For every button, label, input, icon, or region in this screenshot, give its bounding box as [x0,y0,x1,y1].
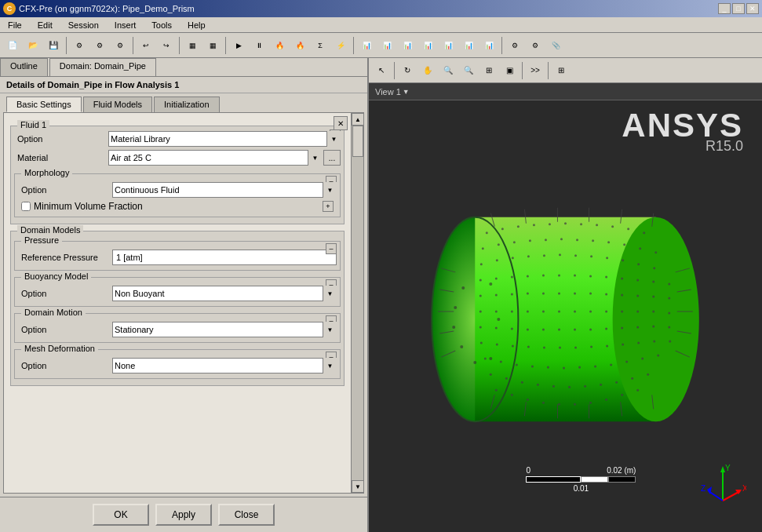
scroll-thumb[interactable] [352,126,363,157]
toolbar-btn-19[interactable]: 📊 [459,36,478,55]
tab-fluid-models[interactable]: Fluid Models [83,97,152,112]
min-vol-expand[interactable]: + [323,201,334,212]
svg-point-13 [643,231,645,234]
toolbar-btn-23[interactable]: 📎 [546,36,565,55]
svg-point-19 [560,238,563,240]
svg-point-123 [615,381,618,384]
view-rotate-tool[interactable]: ↻ [398,61,417,80]
mesh-deformation-select[interactable]: None Regions of Motion Specified [112,358,337,373]
toolbar-btn-4[interactable]: ↩ [137,36,155,55]
dialog-close-button[interactable]: ✕ [334,116,348,130]
toolbar-btn-14[interactable]: 📊 [357,36,376,55]
maximize-button[interactable]: □ [732,3,745,14]
toolbar-btn-16[interactable]: 📊 [398,36,417,55]
scale-bar: 0 0.02 (m) 0.01 [526,466,636,493]
view-extra-btn[interactable]: ⊞ [552,61,571,80]
ref-pressure-input[interactable] [112,250,337,265]
scale-black-2 [608,476,636,483]
menu-session[interactable]: Session [64,19,104,31]
toolbar-btn-12[interactable]: Σ [311,36,330,55]
buoyancy-select[interactable]: Non Buoyant Buoyant [112,286,337,301]
toolbar-open[interactable]: 📂 [24,36,42,55]
window-controls[interactable]: _ □ ✕ [718,3,759,14]
scrollbar[interactable]: ▲ ▼ [351,113,363,493]
svg-point-68 [542,310,545,312]
domain-motion-label: Domain Motion [21,308,86,317]
fluid1-option-select[interactable]: Material Library [108,131,341,147]
toolbar-btn-1[interactable]: ⚙ [70,36,89,55]
menu-file[interactable]: File [3,19,27,31]
view-pan-tool[interactable]: ✋ [418,61,437,80]
toolbar-btn-13[interactable]: ⚡ [331,36,350,55]
svg-point-94 [543,347,545,349]
toolbar-btn-22[interactable]: ⚙ [526,36,545,55]
toolbar-btn-2[interactable]: ⚙ [90,36,109,55]
ok-button[interactable]: OK [93,504,149,526]
domain-tab[interactable]: Domain: Domain_Pipe [49,58,156,76]
fluid1-material-ellipsis[interactable]: ... [323,150,341,166]
view-zoom-out-tool[interactable]: 🔍 [439,61,458,80]
toolbar-btn-6[interactable]: ▦ [183,36,202,55]
toolbar-btn-21[interactable]: ⚙ [505,36,524,55]
view1-label[interactable]: View 1 [375,87,401,97]
minimize-button[interactable]: _ [718,3,731,14]
toolbar-btn-3[interactable]: ⚙ [111,36,129,55]
scale-white-1 [581,476,608,483]
close-button[interactable]: Close [218,504,275,526]
svg-point-99 [622,344,624,346]
svg-point-126 [495,389,498,392]
buoyancy-option-label: Option [18,289,112,298]
toolbar-sep-4 [225,37,226,54]
svg-point-55 [542,292,545,294]
svg-point-76 [668,312,670,314]
tab-initialization[interactable]: Initialization [154,97,219,112]
toolbar-btn-7[interactable]: ▦ [203,36,222,55]
menu-insert[interactable]: Insert [110,19,141,31]
svg-point-96 [574,347,577,349]
toolbar-btn-8[interactable]: ▶ [229,36,248,55]
svg-point-163 [473,361,476,364]
tab-basic-settings[interactable]: Basic Settings [6,97,82,112]
toolbar-btn-17[interactable]: 📊 [418,36,437,55]
svg-point-107 [547,366,549,369]
toolbar-btn-11[interactable]: 🔥 [290,36,309,55]
toolbar-btn-18[interactable]: 📊 [439,36,458,55]
view-select-tool[interactable]: ↖ [372,61,391,80]
main-toolbar: 📄 📂 💾 ⚙ ⚙ ⚙ ↩ ↪ ▦ ▦ ▶ ⏸ 🔥 🔥 Σ ⚡ 📊 📊 📊 📊 … [0,33,762,58]
menu-edit[interactable]: Edit [33,19,57,31]
scroll-down-button[interactable]: ▼ [352,480,364,493]
pressure-collapse[interactable]: – [326,243,337,254]
morphology-option-control: Continuous Fluid ▼ [112,182,337,198]
menu-help[interactable]: Help [183,19,210,31]
toolbar-btn-15[interactable]: 📊 [377,36,396,55]
svg-point-135 [636,389,639,392]
toolbar-new[interactable]: 📄 [3,36,22,55]
axis-svg: Y X Z [699,461,746,508]
view1-dropdown-arrow[interactable]: ▼ [403,88,410,96]
toolbar-btn-20[interactable]: 📊 [479,36,498,55]
svg-point-90 [480,342,483,344]
apply-button[interactable]: Apply [155,504,212,526]
svg-point-43 [558,274,560,276]
svg-point-88 [652,326,654,328]
morphology-option-select[interactable]: Continuous Fluid [112,182,337,198]
min-vol-fraction-checkbox[interactable] [21,202,31,211]
fluid1-option-label: Option [14,134,108,144]
svg-point-65 [495,310,498,312]
morphology-option-row: Option Continuous Fluid ▼ [18,180,337,199]
toolbar-btn-5[interactable]: ↪ [157,36,176,55]
toolbar-btn-10[interactable]: 🔥 [270,36,289,55]
view-more-btn[interactable]: >> [526,61,545,80]
view-zoom-in-tool[interactable]: 🔍 [459,61,478,80]
domain-motion-select[interactable]: Stationary Rotating [112,322,337,337]
outline-tab[interactable]: Outline [0,58,48,76]
toolbar-btn-9[interactable]: ⏸ [250,36,268,55]
close-button[interactable]: ✕ [746,3,759,14]
scroll-up-button[interactable]: ▲ [352,113,364,126]
fluid1-material-select[interactable]: Air at 25 C [108,150,322,166]
menu-tools[interactable]: Tools [147,19,177,31]
scale-rule [526,476,636,483]
view-fit-tool[interactable]: ⊞ [479,61,498,80]
toolbar-save[interactable]: 💾 [44,36,63,55]
view-select-box-tool[interactable]: ▣ [500,61,519,80]
